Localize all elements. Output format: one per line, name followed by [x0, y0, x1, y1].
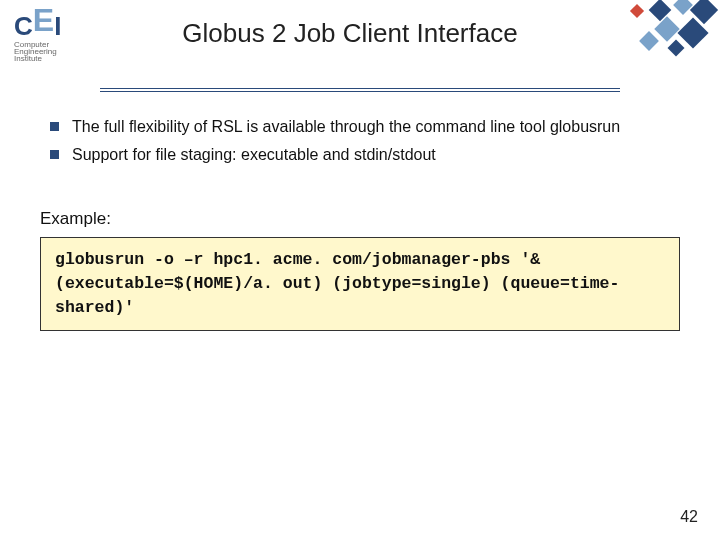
example-label: Example: [40, 209, 680, 229]
page-number: 42 [680, 508, 698, 526]
diamond-icon [668, 40, 685, 57]
corner-decoration [600, 0, 720, 60]
code-example: globusrun -o –r hpc1. acme. com/jobmanag… [40, 237, 680, 331]
logo-letter-i: I [54, 11, 61, 41]
logo-letter-c: C [14, 11, 33, 41]
slide-header: CEI Computer Engineering Institute Globu… [0, 0, 720, 80]
slide-body: The full flexibility of RSL is available… [0, 94, 720, 331]
list-item: Support for file staging: executable and… [44, 144, 680, 166]
logo-letter-e: E [33, 2, 54, 38]
diamond-icon [630, 4, 644, 18]
diamond-icon [673, 0, 693, 15]
logo-letters: CEI [14, 6, 84, 43]
bullet-list: The full flexibility of RSL is available… [44, 116, 680, 165]
diamond-icon [639, 31, 659, 51]
slide-title: Globus 2 Job Client Interface [80, 12, 620, 49]
list-item: The full flexibility of RSL is available… [44, 116, 680, 138]
cei-logo: CEI Computer Engineering Institute [14, 6, 84, 63]
